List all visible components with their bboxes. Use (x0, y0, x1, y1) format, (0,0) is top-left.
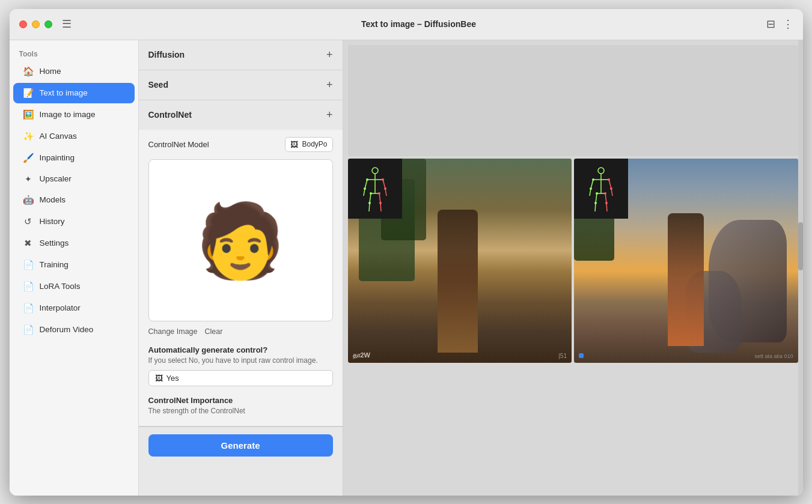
svg-point-41 (605, 202, 608, 204)
svg-point-40 (594, 202, 597, 204)
history-icon: ↺ (23, 216, 34, 227)
diffusion-label: Diffusion (148, 50, 185, 59)
sidebar-section-label: Tools (10, 45, 138, 61)
auto-control-section: Automatically generate control? If you s… (148, 345, 333, 387)
svg-line-11 (379, 193, 380, 203)
minimize-button[interactable] (32, 20, 40, 28)
traffic-lights (19, 20, 52, 28)
sidebar-item-lora-tools[interactable]: 📄 LoRA Tools (13, 276, 135, 297)
seed-expand-icon[interactable]: + (326, 79, 333, 91)
scrollbar-track[interactable] (798, 40, 803, 496)
svg-line-33 (606, 203, 607, 211)
sidebar-item-upscaler[interactable]: ✦ Upscaler (13, 169, 135, 189)
app-window: ☰ Text to image – DiffusionBee ⊟ ⋮ Tools… (10, 9, 803, 496)
more-options-icon[interactable]: ⋮ (783, 17, 793, 31)
controlnet-model-label: ControlNet Model (148, 140, 209, 149)
generate-button[interactable]: Generate (148, 434, 333, 457)
pose-thumbnail-left (348, 159, 402, 219)
sidebar-label-settings: Settings (40, 238, 69, 247)
sidebar-label-inpainting: Inpainting (40, 153, 75, 162)
controlnet-importance-title: ControlNet Importance (148, 396, 333, 405)
pose-svg-left (360, 165, 390, 213)
sidebar-item-settings[interactable]: ✖ Settings (13, 233, 135, 254)
diffusion-header[interactable]: Diffusion + (139, 40, 343, 70)
avatar-emoji: 🧑 (195, 204, 285, 276)
controlnet-section: ControlNet + ControlNet Model 🖼 BodyPo (139, 100, 343, 427)
svg-point-17 (370, 192, 372, 195)
auto-control-yes-button[interactable]: 🖼 Yes (148, 370, 333, 386)
controlnet-label: ControlNet (148, 110, 192, 120)
yes-button-label: Yes (166, 374, 179, 383)
image-card-right[interactable]: sett ata atia 010 (574, 159, 798, 363)
seed-label: Seed (148, 80, 168, 90)
top-placeholder (348, 45, 798, 156)
main-content: Tools 🏠 Home 📝 Text to image 🖼️ Image to… (10, 40, 803, 496)
models-icon: 🤖 (23, 195, 34, 205)
maximize-button[interactable] (44, 20, 52, 28)
svg-point-16 (384, 187, 386, 190)
svg-point-21 (598, 168, 604, 174)
svg-point-15 (364, 187, 366, 190)
upscaler-icon: ✦ (23, 174, 34, 184)
titlebar-actions: ⊟ ⋮ (766, 17, 793, 31)
sidebar: Tools 🏠 Home 📝 Text to image 🖼️ Image to… (10, 40, 139, 496)
pose-svg-right (586, 165, 616, 213)
svg-line-24 (591, 180, 593, 189)
right-panel: தா2W |51 (343, 40, 803, 496)
seed-header[interactable]: Seed + (139, 70, 343, 100)
change-image-button[interactable]: Change Image (148, 327, 198, 336)
svg-point-18 (378, 192, 380, 195)
diffusion-section: Diffusion + (139, 40, 343, 70)
svg-point-39 (604, 192, 606, 195)
sidebar-item-deforum-video[interactable]: 📄 Deforum Video (13, 320, 135, 340)
inbox-icon[interactable]: ⊟ (766, 17, 775, 31)
scrollbar-thumb[interactable] (798, 222, 803, 270)
svg-point-0 (372, 168, 378, 174)
clear-button[interactable]: Clear (205, 327, 223, 336)
sidebar-item-text-to-image[interactable]: 📝 Text to image (13, 83, 135, 103)
sidebar-item-inpainting[interactable]: 🖌️ Inpainting (13, 148, 135, 168)
sidebar-label-lora-tools: LoRA Tools (40, 282, 81, 291)
controlnet-body: ControlNet Model 🖼 BodyPo 🧑 Change Image (139, 130, 343, 427)
svg-line-10 (369, 203, 370, 211)
home-icon: 🏠 (23, 66, 34, 77)
controlnet-model-row: ControlNet Model 🖼 BodyPo (148, 137, 333, 152)
sidebar-item-home[interactable]: 🏠 Home (13, 61, 135, 82)
controlnet-importance-desc: The strength of the ControlNet (148, 406, 333, 416)
svg-line-9 (370, 193, 371, 203)
lora-tools-icon: 📄 (23, 281, 34, 292)
sidebar-item-image-to-image[interactable]: 🖼️ Image to image (13, 105, 135, 125)
watermark-right-left: |51 (558, 353, 567, 359)
svg-line-12 (380, 203, 381, 211)
ai-canvas-icon: ✨ (23, 131, 34, 142)
sidebar-item-training[interactable]: 📄 Training (13, 255, 135, 275)
image-card-right-inner: sett ata atia 010 (574, 159, 798, 363)
middle-panel: Diffusion + Seed + ControlNet + (139, 40, 343, 496)
diffusion-expand-icon[interactable]: + (326, 49, 333, 61)
titlebar: ☰ Text to image – DiffusionBee ⊟ ⋮ (10, 9, 803, 40)
auto-control-desc: If you select No, you have to input raw … (148, 356, 333, 366)
svg-point-20 (379, 202, 382, 204)
controlnet-header[interactable]: ControlNet + (139, 100, 343, 130)
sidebar-label-home: Home (40, 67, 61, 76)
svg-line-32 (605, 193, 606, 203)
close-button[interactable] (19, 20, 27, 28)
controlnet-expand-icon[interactable]: + (326, 109, 333, 121)
sidebar-item-history[interactable]: ↺ History (13, 211, 135, 232)
sidebar-toggle-icon[interactable]: ☰ (62, 17, 72, 31)
sidebar-item-interpolator[interactable]: 📄 Interpolator (13, 298, 135, 318)
image-card-left[interactable]: தா2W |51 (348, 159, 572, 363)
sidebar-label-upscaler: Upscaler (40, 174, 72, 183)
sidebar-item-ai-canvas[interactable]: ✨ AI Canvas (13, 126, 135, 147)
image-card-left-inner: தா2W |51 (348, 159, 572, 363)
sidebar-item-models[interactable]: 🤖 Models (13, 190, 135, 210)
images-row: தா2W |51 (348, 159, 798, 363)
sidebar-label-ai-canvas: AI Canvas (40, 132, 77, 141)
controlnet-model-select[interactable]: 🖼 BodyPo (285, 137, 332, 152)
controlnet-image-upload[interactable]: 🧑 (148, 159, 333, 321)
svg-line-3 (365, 180, 367, 189)
window-title: Text to image – DiffusionBee (72, 19, 766, 29)
seed-section: Seed + (139, 70, 343, 100)
yes-button-icon: 🖼 (155, 374, 163, 383)
svg-line-26 (609, 180, 611, 189)
